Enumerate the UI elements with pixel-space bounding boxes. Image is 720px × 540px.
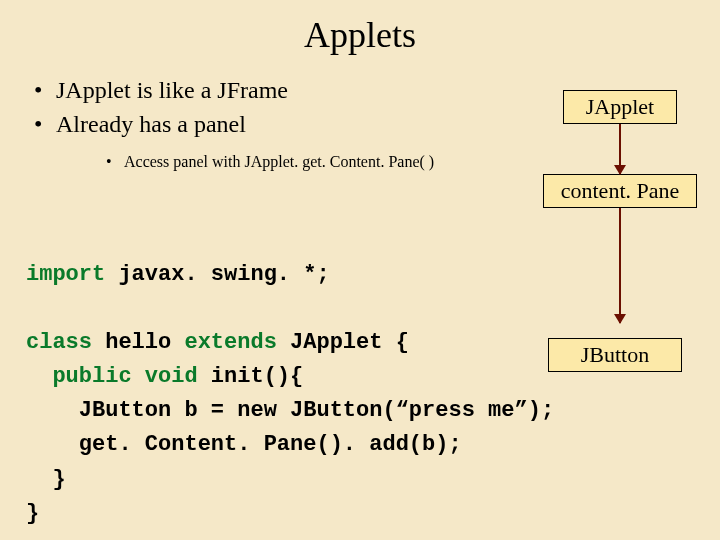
bullet-dot-icon: • [34,74,56,106]
code-keyword: public void [26,364,198,389]
code-keyword: import [26,262,105,287]
bullet-text: JApplet is like a JFrame [56,74,288,106]
code-text: } [26,467,66,492]
code-text: get. Content. Pane(). add(b); [26,432,462,457]
code-text: JApplet { [277,330,409,355]
code-text: javax. swing. *; [105,262,329,287]
code-keyword: class [26,330,92,355]
code-text: } [26,501,39,526]
code-text: JButton b = new JButton(“press me”); [26,398,554,423]
diagram-box-contentpane: content. Pane [543,174,697,208]
diagram-box-japplet: JApplet [563,90,677,124]
bullet-dot-icon: • [106,151,124,173]
bullet-text: Already has a panel [56,108,246,140]
code-block: import javax. swing. *; class hello exte… [26,258,554,531]
slide: Applets • JApplet is like a JFrame • Alr… [0,0,720,540]
bullet-dot-icon: • [34,108,56,140]
class-diagram: JApplet content. Pane [540,90,700,323]
code-text: hello [92,330,184,355]
arrow-down-icon [619,124,621,174]
arrow-down-icon [619,208,621,323]
subbullet-text: Access panel with JApplet. get. Content.… [124,151,434,173]
slide-title: Applets [0,0,720,56]
code-keyword: extends [184,330,276,355]
diagram-box-jbutton: JButton [548,338,682,372]
code-text: init(){ [198,364,304,389]
